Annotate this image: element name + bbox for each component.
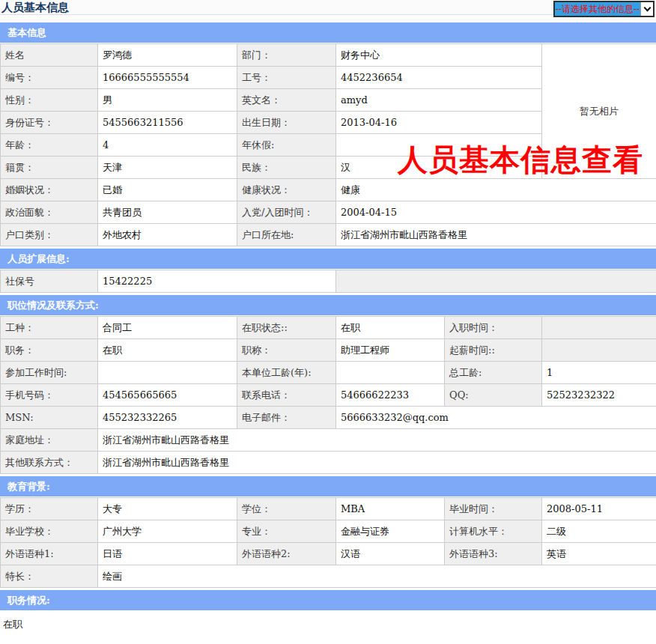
table-row: 工种： 合同工 在职状态:: 在职 入职时间： xyxy=(1,317,656,339)
basic-info-table: 姓名 罗鸿德 部门： 财务中心 暂无相片 编号： 16666555555554 … xyxy=(0,43,656,246)
work-type-value: 合同工 xyxy=(98,317,237,339)
major-label: 专业： xyxy=(237,520,336,543)
table-row: 政治面貌： 共青团员 入党/入团时间： 2004-04-15 xyxy=(1,201,656,224)
birth-date-label: 出生日期： xyxy=(237,112,336,134)
computer-label: 计算机水平： xyxy=(445,520,542,543)
phone-value: 54666622233 xyxy=(336,384,445,407)
annual-leave-value xyxy=(336,134,542,157)
email-value: 5666633232@qq.com xyxy=(336,407,656,429)
school-value: 广州大学 xyxy=(98,520,237,543)
section-header-education: 教育背景: xyxy=(0,476,656,496)
section-header-extended: 人员扩展信息: xyxy=(0,249,656,269)
id-card-value: 5455663211556 xyxy=(98,112,237,134)
lang1-value: 日语 xyxy=(98,543,237,565)
table-row: 学历： 大专 学位： MBA 毕业时间： 2008-05-11 xyxy=(1,498,656,520)
party-date-label: 入党/入团时间： xyxy=(237,201,336,224)
section-header-contact: 职位情况及联系方式: xyxy=(0,295,656,315)
work-no-value: 4452236654 xyxy=(336,67,542,89)
political-label: 政治面貌： xyxy=(1,201,98,224)
phone-label: 联系电话： xyxy=(237,384,336,407)
photo-placeholder: 暂无相片 xyxy=(542,44,656,179)
degree-label: 学位： xyxy=(237,498,336,520)
other-contact-value: 浙江省湖州市毗山西路香格里 xyxy=(98,452,656,474)
company-years-label: 本单位工龄(年): xyxy=(237,362,336,384)
job-title-value: 助理工程师 xyxy=(336,339,445,362)
id-card-label: 身份证号： xyxy=(1,112,98,134)
gender-label: 性别： xyxy=(1,89,98,112)
hire-date-label: 入职时间： xyxy=(445,317,542,339)
qq-label: QQ: xyxy=(445,384,542,407)
table-row: MSN: 455232332265 电子邮件： 5666633232@qq.co… xyxy=(1,407,656,429)
duty-label: 职务： xyxy=(1,339,98,362)
ethnic-label: 民族： xyxy=(237,157,336,179)
page-title: 人员基本信息 xyxy=(1,1,69,14)
table-row: 手机号码： 454565665665 联系电话： 54666622233 QQ:… xyxy=(1,384,656,407)
mobile-label: 手机号码： xyxy=(1,384,98,407)
specialty-label: 特长： xyxy=(1,565,98,588)
table-row: 外语语种1: 日语 外语语种2: 汉语 外语语种3: 英语 xyxy=(1,543,656,565)
eng-name-label: 英文名： xyxy=(237,89,336,112)
ssn-label: 社保号 xyxy=(1,270,98,293)
job-status-label: 在职状态:: xyxy=(237,317,336,339)
hukou-place-label: 户口所在地: xyxy=(237,224,336,246)
job-title-label: 职称： xyxy=(237,339,336,362)
company-years-value xyxy=(336,362,445,384)
specialty-value: 绘画 xyxy=(98,565,656,588)
msn-label: MSN: xyxy=(1,407,98,429)
table-row: 参加工作时间: 本单位工龄(年): 总工龄: 1 xyxy=(1,362,656,384)
grad-date-label: 毕业时间： xyxy=(445,498,542,520)
political-value: 共青团员 xyxy=(98,201,237,224)
native-place-label: 籍贯： xyxy=(1,157,98,179)
other-info-select-value: --请选择其他的信息-- xyxy=(555,2,640,16)
extended-info-table: 社保号 15422225 xyxy=(0,270,656,293)
mobile-value: 454565665665 xyxy=(98,384,237,407)
work-type-label: 工种： xyxy=(1,317,98,339)
hukou-place-value: 浙江省湖州市毗山西路香格里 xyxy=(336,224,656,246)
title-bar: 人员基本信息 --请选择其他的信息-- xyxy=(0,0,656,15)
table-row: 社保号 15422225 xyxy=(1,270,656,293)
gender-value: 男 xyxy=(98,89,237,112)
total-years-label: 总工龄: xyxy=(445,362,542,384)
lang2-label: 外语语种2: xyxy=(237,543,336,565)
job-status-value: 在职 xyxy=(336,317,445,339)
hukou-type-label: 户口类别： xyxy=(1,224,98,246)
computer-value: 二级 xyxy=(542,520,656,543)
other-info-select[interactable]: --请选择其他的信息-- xyxy=(553,1,655,17)
marital-value: 已婚 xyxy=(98,179,237,201)
ethnic-value: 汉 xyxy=(336,157,542,179)
health-value: 健康 xyxy=(336,179,656,201)
age-label: 年龄： xyxy=(1,134,98,157)
school-label: 毕业学校： xyxy=(1,520,98,543)
grad-date-value: 2008-05-11 xyxy=(542,498,656,520)
ssn-value: 15422225 xyxy=(98,270,336,293)
table-row: 户口类别： 外地农村 户口所在地: 浙江省湖州市毗山西路香格里 xyxy=(1,224,656,246)
msn-value: 455232332265 xyxy=(98,407,237,429)
duty-status-text: 在职 xyxy=(0,611,656,638)
name-value: 罗鸿德 xyxy=(98,44,237,67)
code-value: 16666555555554 xyxy=(98,67,237,89)
code-label: 编号： xyxy=(1,67,98,89)
major-value: 金融与证券 xyxy=(336,520,445,543)
degree-value: MBA xyxy=(336,498,445,520)
dept-value: 财务中心 xyxy=(336,44,542,67)
party-date-value: 2004-04-15 xyxy=(336,201,656,224)
salary-date-label: 起薪时间:: xyxy=(445,339,542,362)
lang3-value: 英语 xyxy=(542,543,656,565)
table-row: 家庭地址： 浙江省湖州市毗山西路香格里 xyxy=(1,429,656,452)
section-header-duty: 职务情况: xyxy=(0,590,656,610)
table-row: 其他联系方式： 浙江省湖州市毗山西路香格里 xyxy=(1,452,656,474)
duty-value: 在职 xyxy=(98,339,237,362)
table-row: 姓名 罗鸿德 部门： 财务中心 暂无相片 xyxy=(1,44,656,67)
table-row: 特长： 绘画 xyxy=(1,565,656,588)
lang2-value: 汉语 xyxy=(336,543,445,565)
edu-label: 学历： xyxy=(1,498,98,520)
other-contact-label: 其他联系方式： xyxy=(1,452,98,474)
work-no-label: 工号： xyxy=(237,67,336,89)
ssn-filler-cell xyxy=(336,270,656,293)
table-row: 职务： 在职 职称： 助理工程师 起薪时间:: xyxy=(1,339,656,362)
eng-name-value: amyd xyxy=(336,89,542,112)
marital-label: 婚姻状况： xyxy=(1,179,98,201)
contact-info-table: 工种： 合同工 在职状态:: 在职 入职时间： 职务： 在职 职称： 助理工程师… xyxy=(0,316,656,474)
table-row: 婚姻状况： 已婚 健康状况： 健康 xyxy=(1,179,656,201)
name-label: 姓名 xyxy=(1,44,98,67)
